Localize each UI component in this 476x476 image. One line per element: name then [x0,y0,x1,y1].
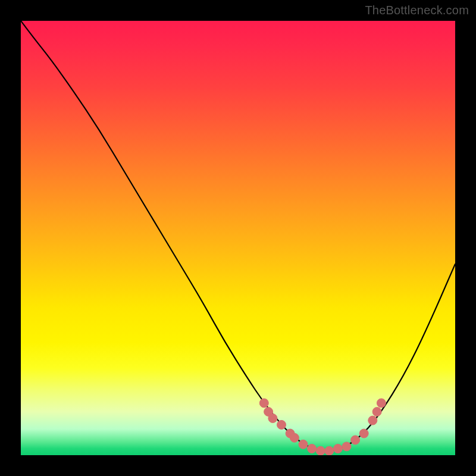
highlight-point [342,442,351,451]
highlight-point [368,416,377,425]
highlight-point [290,433,299,442]
highlight-point [277,420,286,429]
highlight-point [372,408,381,416]
watermark-text: TheBottleneck.com [365,4,469,17]
highlight-point [308,444,317,453]
highlight-point [351,436,360,444]
highlight-point [268,414,277,423]
highlight-point [325,446,334,455]
highlight-point [377,399,386,408]
highlight-point [316,446,325,455]
highlight-point [299,440,308,449]
highlight-point [359,429,368,438]
highlight-point [259,399,268,408]
chart-frame: TheBottleneck.com [0,0,476,476]
plot-area [21,21,455,455]
highlight-point [333,444,342,453]
highlight-points [21,21,455,455]
